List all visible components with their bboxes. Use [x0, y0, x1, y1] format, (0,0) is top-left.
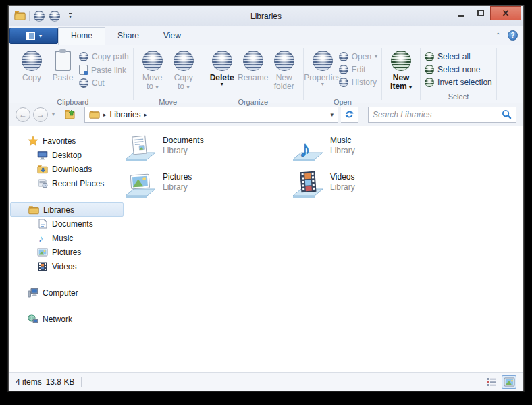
help-icon[interactable]: ?	[508, 30, 518, 40]
sidebar-item-downloads[interactable]: Downloads	[10, 162, 124, 176]
open-button[interactable]: Open ▾	[339, 52, 377, 61]
paste-button[interactable]: Paste	[48, 48, 78, 97]
new-item-button[interactable]: New Item ▾	[386, 48, 416, 97]
tab-view[interactable]: View	[151, 28, 193, 45]
sidebar-item-network[interactable]: Network	[10, 312, 124, 326]
invert-selection-button[interactable]: Invert selection	[425, 78, 492, 87]
forward-button[interactable]: →	[33, 107, 48, 122]
breadcrumb-folder-icon	[89, 110, 100, 119]
copy-to-button[interactable]: Copy to ▾	[169, 48, 198, 97]
breadcrumb-item-libraries[interactable]: Libraries	[110, 110, 141, 119]
delete-button[interactable]: Delete ▾	[207, 48, 237, 97]
explorer-window: ▾ Libraries ✕ ▾ Home Share View ⌃ ?	[8, 5, 524, 392]
move-to-icon	[142, 51, 163, 71]
select-all-button[interactable]: Select all	[425, 52, 492, 61]
search-input[interactable]	[373, 110, 502, 119]
edit-icon	[339, 65, 348, 74]
tab-home[interactable]: Home	[58, 27, 105, 45]
cut-icon	[79, 78, 88, 88]
main-area: Favorites Desktop Downloads Recent Place…	[9, 127, 523, 372]
library-tile-documents[interactable]: Documents Library	[124, 134, 204, 165]
navigation-pane: Favorites Desktop Downloads Recent Place…	[9, 134, 125, 326]
close-button[interactable]: ✕	[490, 6, 521, 20]
thumbnail-view-button[interactable]	[502, 375, 516, 389]
library-tile-pictures[interactable]: Pictures Library	[124, 170, 192, 201]
history-button[interactable]: History	[339, 78, 377, 87]
rename-button[interactable]: Rename	[238, 48, 268, 97]
back-button[interactable]: ←	[16, 107, 30, 122]
ribbon-group-organize: Delete ▾ Rename New folder Organize	[203, 45, 303, 103]
details-view-icon	[486, 377, 497, 387]
ribbon-separator	[496, 48, 497, 100]
item-name: Music	[330, 134, 355, 146]
copy-path-icon	[79, 52, 88, 61]
computer-icon	[28, 288, 38, 298]
total-size: 13.8 KB	[46, 377, 75, 387]
sidebar-item-pictures[interactable]: Pictures	[10, 245, 124, 259]
refresh-button[interactable]	[341, 107, 358, 123]
copy-button[interactable]: Copy	[17, 48, 47, 97]
picture-icon	[37, 247, 48, 258]
sidebar-item-music[interactable]: ♪ Music	[10, 231, 124, 245]
dropdown-caret-icon: ▾	[39, 33, 42, 39]
dropdown-caret-icon: ▾	[321, 82, 324, 86]
tab-share[interactable]: Share	[105, 28, 151, 45]
refresh-icon	[344, 109, 354, 119]
paste-link-button[interactable]: Paste link	[79, 65, 129, 75]
breadcrumb-arrow-icon[interactable]: ▸	[103, 111, 107, 118]
properties-icon	[313, 51, 333, 71]
up-folder-icon	[64, 109, 76, 120]
up-one-level-button[interactable]	[63, 107, 78, 122]
qat-customize-caret-icon[interactable]: ▾	[64, 10, 76, 22]
minimize-ribbon-icon[interactable]: ⌃	[496, 32, 501, 39]
qat-button-1[interactable]	[33, 10, 45, 22]
ribbon-group-select: Select all Select none Invert selection …	[421, 45, 496, 103]
properties-button[interactable]: Properties ▾	[308, 48, 338, 97]
sidebar-item-videos[interactable]: Videos	[10, 259, 124, 273]
edit-button[interactable]: Edit	[339, 65, 377, 74]
qat-button-2[interactable]	[49, 10, 61, 22]
pictures-library-icon	[124, 170, 157, 201]
new-folder-icon	[274, 51, 294, 71]
search-icon[interactable]	[502, 109, 512, 119]
item-type: Library	[163, 146, 204, 155]
copy-icon	[22, 51, 42, 71]
search-box	[368, 107, 516, 123]
statusbar-separator	[81, 377, 82, 387]
sidebar-item-computer[interactable]: Computer	[10, 286, 124, 300]
sidebar-item-favorites[interactable]: Favorites	[10, 134, 124, 148]
dropdown-caret-icon: ▾	[409, 84, 412, 90]
file-menu-button[interactable]: ▾	[9, 28, 58, 44]
rename-icon	[243, 51, 263, 71]
maximize-button[interactable]	[471, 6, 490, 20]
cut-button[interactable]: Cut	[79, 78, 129, 88]
titlebar-separator	[80, 11, 80, 21]
library-tile-music[interactable]: ♪ Music Library	[291, 134, 355, 165]
new-item-icon	[391, 51, 411, 71]
sidebar-item-documents[interactable]: Documents	[10, 217, 124, 231]
item-type: Library	[163, 182, 192, 192]
navigation-bar: ← → ▾ ▸ Libraries ▸ ▾	[9, 103, 523, 126]
copy-path-button[interactable]: Copy path	[79, 52, 129, 61]
group-caption-select: Select	[425, 91, 492, 103]
breadcrumb-arrow-icon[interactable]: ▸	[144, 111, 148, 118]
ribbon-home: Copy Paste Copy path Paste link	[9, 45, 523, 103]
music-note-icon: ♪	[37, 233, 48, 244]
move-to-button[interactable]: Move to ▾	[138, 48, 167, 97]
library-tile-videos[interactable]: Videos Library	[291, 170, 355, 201]
item-count: 4 items	[16, 377, 42, 387]
ribbon-group-clipboard: Copy Paste Copy path Paste link	[13, 45, 133, 103]
item-type: Library	[330, 182, 355, 192]
address-bar[interactable]: ▸ Libraries ▸ ▾	[84, 107, 338, 123]
item-name: Pictures	[163, 170, 192, 182]
titlebar-separator	[29, 11, 30, 21]
address-dropdown-caret-icon[interactable]: ▾	[330, 111, 334, 118]
sidebar-item-desktop[interactable]: Desktop	[10, 148, 124, 162]
select-none-button[interactable]: Select none	[425, 65, 492, 74]
sidebar-item-libraries[interactable]: Libraries	[10, 202, 124, 217]
recent-locations-caret-icon[interactable]: ▾	[52, 111, 55, 117]
sidebar-item-recent-places[interactable]: Recent Places	[10, 176, 124, 190]
new-folder-button[interactable]: New folder	[269, 48, 299, 97]
details-view-button[interactable]	[484, 375, 499, 389]
minimize-button[interactable]	[451, 6, 471, 20]
